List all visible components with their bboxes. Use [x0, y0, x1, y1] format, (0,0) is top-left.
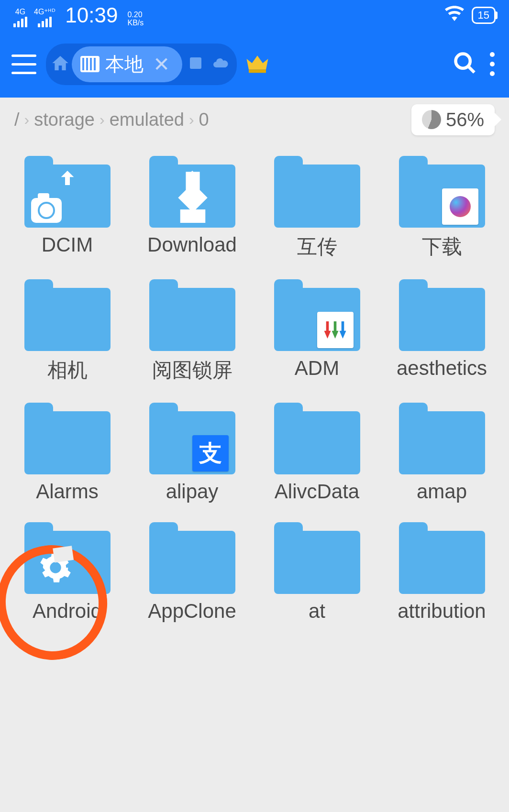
app-bar: 本地 ✕: [0, 31, 509, 98]
status-bar: 4G 4G⁺ᴴᴰ 10:39 0.20 KB/s 15: [0, 0, 509, 31]
folder-label: ADM: [295, 357, 339, 380]
alipay-thumbnail: [192, 435, 229, 472]
folder-label: 相机: [47, 357, 88, 384]
folder-appclone[interactable]: AppClone: [134, 522, 250, 623]
search-button[interactable]: [453, 51, 477, 77]
crown-icon[interactable]: [244, 50, 270, 78]
cloud-icon[interactable]: [209, 55, 232, 74]
local-tab-label: 本地: [105, 51, 144, 77]
folder-icon: [149, 156, 235, 228]
folder-label: Alarms: [36, 480, 99, 503]
folder-icon: [399, 156, 485, 228]
wifi-icon: [445, 4, 464, 27]
download-icon: [176, 165, 210, 223]
more-menu-button[interactable]: [485, 52, 499, 76]
folder-相机[interactable]: 相机: [10, 279, 125, 384]
folder-attribution[interactable]: attribution: [384, 522, 499, 623]
path-storage[interactable]: storage: [34, 110, 95, 130]
breadcrumb: / › storage › emulated › 0 56%: [0, 98, 509, 142]
folder-label: 阅图锁屏: [152, 357, 232, 384]
upload-icon: [58, 168, 77, 187]
folder-alarms[interactable]: Alarms: [10, 403, 125, 503]
svg-point-1: [456, 54, 470, 68]
app-thumbnail: [442, 188, 478, 225]
chevron-right-icon: ›: [24, 111, 30, 129]
chevron-right-icon: ›: [189, 111, 194, 129]
path-root[interactable]: /: [14, 110, 20, 130]
folder-dcim[interactable]: DCIM: [10, 156, 125, 260]
folder-icon: [274, 522, 360, 594]
folder-label: AppClone: [148, 600, 236, 623]
svg-line-2: [468, 66, 475, 73]
signal-2: 4G⁺ᴴᴰ: [34, 8, 55, 27]
path-emulated[interactable]: emulated: [110, 110, 184, 130]
battery-indicator: 15: [472, 7, 496, 24]
folder-icon: [399, 279, 485, 351]
path-zero[interactable]: 0: [199, 110, 209, 130]
folder-alivcdata[interactable]: AlivcData: [259, 403, 375, 503]
folder-icon: [24, 279, 111, 351]
folder-label: attribution: [398, 600, 486, 623]
folder-label: 下载: [422, 233, 462, 260]
folder-alipay[interactable]: alipay: [134, 403, 250, 503]
folder-下载[interactable]: 下载: [384, 156, 499, 260]
storage-percent: 56%: [446, 109, 484, 131]
folder-label: Download: [147, 233, 237, 256]
folder-label: amap: [417, 480, 467, 503]
camera-icon: [31, 198, 62, 223]
tab-cluster: 本地 ✕: [46, 44, 237, 85]
folder-amap[interactable]: amap: [384, 403, 499, 503]
folder-download[interactable]: Download: [134, 156, 250, 260]
storage-icon[interactable]: [184, 55, 207, 74]
storage-usage[interactable]: 56%: [411, 104, 495, 135]
folder-label: DCIM: [42, 233, 93, 256]
folder-icon: [399, 522, 485, 594]
folder-互传[interactable]: 互传: [259, 156, 375, 260]
folder-icon: [149, 279, 235, 351]
sd-card-icon: [80, 56, 100, 72]
folder-label: AlivcData: [275, 480, 359, 503]
folder-label: aesthetics: [397, 357, 487, 380]
adm-thumbnail: [317, 312, 354, 348]
net-speed: 0.20 KB/s: [127, 11, 144, 27]
folder-icon: [149, 403, 235, 474]
folder-at[interactable]: at: [259, 522, 375, 623]
folder-icon: [149, 522, 235, 594]
pie-chart-icon: [422, 110, 441, 129]
home-icon[interactable]: [51, 54, 70, 75]
folder-icon: [24, 156, 111, 228]
svg-rect-0: [190, 57, 201, 69]
folder-icon: [274, 156, 360, 228]
folder-icon: [399, 403, 485, 474]
folder-label: alipay: [166, 480, 219, 503]
local-tab[interactable]: 本地 ✕: [72, 46, 182, 82]
menu-button[interactable]: [10, 50, 38, 78]
folder-icon: [274, 403, 360, 474]
folder-aesthetics[interactable]: aesthetics: [384, 279, 499, 384]
close-tab-icon[interactable]: ✕: [149, 53, 174, 76]
signal-1: 4G: [13, 8, 27, 27]
folder-adm[interactable]: ADM: [259, 279, 375, 384]
folder-label: 互传: [297, 233, 337, 260]
clock: 10:39: [65, 3, 118, 27]
folder-icon: [24, 403, 111, 474]
folder-icon: [274, 279, 360, 351]
folder-label: at: [309, 600, 325, 623]
chevron-right-icon: ›: [100, 111, 105, 129]
folder-阅图锁屏[interactable]: 阅图锁屏: [134, 279, 250, 384]
